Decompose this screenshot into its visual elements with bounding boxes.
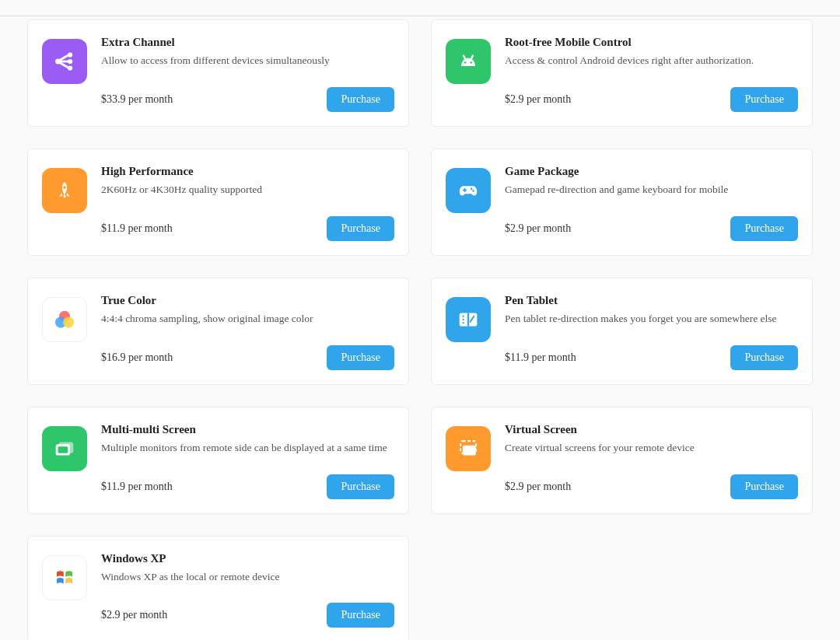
product-grid: Extra Channel Allow to access from diffe… [0, 16, 840, 640]
product-card: Windows XP Windows XP as the local or re… [27, 536, 409, 640]
svg-point-1 [68, 52, 72, 57]
top-divider [0, 0, 840, 16]
gamepad-icon [446, 168, 491, 213]
product-title: Game Package [505, 165, 798, 178]
color-icon [42, 297, 87, 342]
virtual-screen-icon [446, 426, 491, 471]
svg-point-24 [462, 322, 464, 323]
purchase-button[interactable]: Purchase [730, 474, 798, 499]
svg-point-11 [63, 186, 66, 189]
svg-line-7 [464, 56, 465, 60]
purchase-button[interactable]: Purchase [327, 603, 394, 628]
product-desc: Pen tablet re-direction makes you forget… [505, 312, 798, 327]
purchase-button[interactable]: Purchase [327, 216, 394, 241]
purchase-button[interactable]: Purchase [730, 345, 798, 370]
product-price: $11.9 per month [101, 222, 173, 235]
product-card: Virtual Screen Create virtual screens fo… [431, 407, 813, 514]
product-bottom-row: $2.9 per month Purchase [505, 198, 798, 241]
svg-point-9 [464, 61, 467, 64]
product-content: Extra Channel Allow to access from diffe… [101, 36, 394, 112]
svg-point-19 [63, 317, 74, 327]
product-desc: Access & control Android devices right a… [505, 54, 798, 68]
product-desc: 4:4:4 chroma sampling, show original ima… [101, 312, 394, 327]
product-content: Windows XP Windows XP as the local or re… [101, 552, 394, 628]
svg-point-2 [68, 59, 72, 64]
product-desc: Allow to access from different devices s… [101, 54, 394, 68]
product-card: Game Package Gamepad re-direction and ga… [431, 149, 813, 256]
product-price: $2.9 per month [505, 481, 571, 493]
product-title: Windows XP [101, 552, 394, 565]
product-title: Pen Tablet [505, 294, 798, 307]
svg-point-15 [471, 187, 473, 190]
rocket-icon [42, 168, 87, 213]
product-title: Multi-multi Screen [101, 423, 394, 436]
product-content: Game Package Gamepad re-direction and ga… [505, 165, 798, 241]
svg-point-3 [68, 65, 72, 70]
svg-rect-29 [463, 445, 476, 455]
product-bottom-row: $2.9 per month Purchase [101, 584, 394, 628]
share-icon [42, 39, 87, 84]
product-card: Pen Tablet Pen tablet re-direction makes… [431, 278, 813, 385]
windows-icon [42, 555, 87, 600]
product-price: $11.9 per month [101, 481, 173, 493]
product-content: Virtual Screen Create virtual screens fo… [505, 423, 798, 499]
product-title: Extra Channel [101, 36, 394, 49]
product-price: $11.9 per month [505, 351, 576, 364]
purchase-button[interactable]: Purchase [730, 87, 798, 112]
svg-point-23 [462, 319, 464, 320]
product-title: True Color [101, 294, 394, 307]
svg-rect-21 [467, 313, 469, 326]
product-content: High Performance 2K60Hz or 4K30Hz qualit… [101, 165, 394, 241]
svg-rect-14 [464, 188, 466, 192]
svg-rect-12 [64, 194, 66, 198]
product-content: Multi-multi Screen Multiple monitors fro… [101, 423, 394, 499]
product-bottom-row: $33.9 per month Purchase [101, 68, 394, 112]
purchase-button[interactable]: Purchase [327, 87, 394, 112]
product-card: True Color 4:4:4 chroma sampling, show o… [27, 278, 409, 385]
purchase-button[interactable]: Purchase [327, 474, 394, 499]
product-bottom-row: $2.9 per month Purchase [505, 456, 798, 499]
pen-tablet-icon [446, 297, 491, 342]
product-price: $2.9 per month [505, 93, 571, 106]
product-title: High Performance [101, 165, 394, 178]
product-bottom-row: $16.9 per month Purchase [101, 327, 394, 370]
product-desc: Windows XP as the local or remote device [101, 570, 394, 585]
svg-line-4 [60, 55, 68, 60]
product-card: Multi-multi Screen Multiple monitors fro… [27, 407, 409, 514]
product-desc: Multiple monitors from remote side can b… [101, 441, 394, 456]
product-desc: Gamepad re-direction and game keyboard f… [505, 183, 798, 198]
product-bottom-row: $2.9 per month Purchase [505, 68, 798, 112]
product-title: Root-free Mobile Control [505, 36, 798, 49]
svg-point-10 [470, 61, 472, 64]
product-price: $16.9 per month [101, 351, 173, 364]
product-bottom-row: $11.9 per month Purchase [101, 198, 394, 241]
product-content: Root-free Mobile Control Access & contro… [505, 36, 798, 112]
product-bottom-row: $11.9 per month Purchase [505, 327, 798, 370]
product-card: Extra Channel Allow to access from diffe… [27, 19, 409, 127]
svg-line-6 [60, 62, 68, 67]
product-card: Root-free Mobile Control Access & contro… [431, 19, 813, 127]
purchase-button[interactable]: Purchase [327, 345, 394, 370]
svg-point-16 [472, 190, 474, 192]
product-price: $33.9 per month [101, 93, 173, 106]
product-card: High Performance 2K60Hz or 4K30Hz qualit… [27, 149, 409, 256]
android-icon [446, 39, 491, 84]
product-title: Virtual Screen [505, 423, 798, 436]
product-desc: Create virtual screens for your remote d… [505, 441, 798, 456]
product-content: True Color 4:4:4 chroma sampling, show o… [101, 294, 394, 370]
svg-rect-27 [58, 446, 68, 453]
product-price: $2.9 per month [505, 222, 571, 235]
product-price: $2.9 per month [101, 609, 167, 621]
svg-point-22 [462, 315, 464, 317]
monitor-icon [42, 426, 87, 471]
product-bottom-row: $11.9 per month Purchase [101, 456, 394, 499]
product-desc: 2K60Hz or 4K30Hz quality supported [101, 183, 394, 198]
svg-line-8 [471, 56, 473, 60]
purchase-button[interactable]: Purchase [730, 216, 798, 241]
product-content: Pen Tablet Pen tablet re-direction makes… [505, 294, 798, 370]
